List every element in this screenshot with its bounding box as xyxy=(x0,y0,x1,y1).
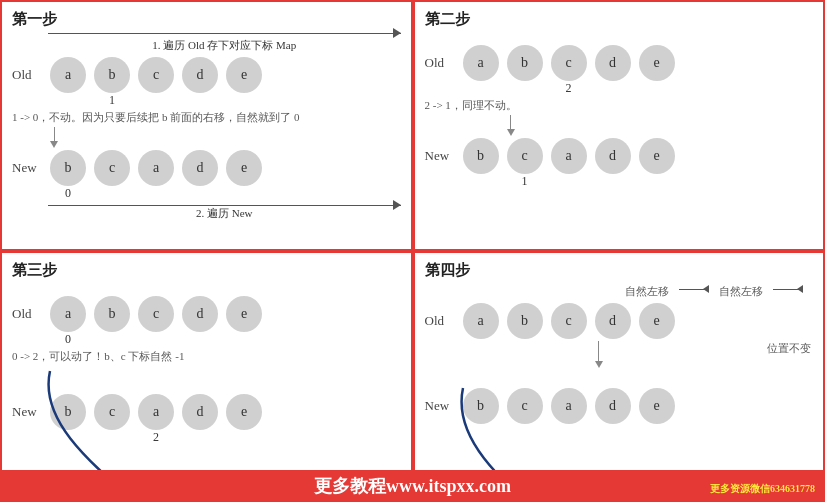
step-3-cell: 第三步 Old a b c d e 0 0 -> 2，可以动了！b、c 下标自然… xyxy=(0,251,413,502)
step2-old-2: c xyxy=(551,45,587,81)
step1-old-0: a xyxy=(50,57,86,93)
step2-old-4: e xyxy=(639,45,675,81)
step2-old-3: d xyxy=(595,45,631,81)
step1-old-label: Old xyxy=(12,67,42,83)
step4-old-1: b xyxy=(507,303,543,339)
watermark-right-text: 更多资源微信634631778 xyxy=(710,482,815,496)
step2-old-label: Old xyxy=(425,55,455,71)
watermark: 更多教程www.itspxx.com 更多资源微信634631778 xyxy=(0,470,825,502)
step-2-title: 第二步 xyxy=(425,10,814,29)
step1-new-1: c xyxy=(94,150,130,186)
step4-new-4: e xyxy=(639,388,675,424)
step3-note: 0 -> 2，可以动了！b、c 下标自然 -1 xyxy=(12,349,401,364)
step4-old-4: e xyxy=(639,303,675,339)
step4-new-label: New xyxy=(425,398,455,414)
step-1-title: 第一步 xyxy=(12,10,401,29)
step2-note: 2 -> 1，同理不动。 xyxy=(425,98,814,113)
step1-new-3: d xyxy=(182,150,218,186)
step4-natural-left-2: 自然左移 xyxy=(719,284,763,299)
step3-new-3: d xyxy=(182,394,218,430)
step3-new-2: a xyxy=(138,394,174,430)
step4-new-0: b xyxy=(463,388,499,424)
step2-old-1: b xyxy=(507,45,543,81)
watermark-text: 更多教程www.itspxx.com xyxy=(314,476,511,496)
step3-old-1: b xyxy=(94,296,130,332)
step1-bottom-arrow-label: 2. 遍历 New xyxy=(48,206,401,221)
step2-new-label: New xyxy=(425,148,455,164)
step3-old-4: e xyxy=(226,296,262,332)
step1-old-4: e xyxy=(226,57,262,93)
step1-top-arrow-label: 1. 遍历 Old 存下对应下标 Map xyxy=(48,38,401,53)
step-2-cell: 第二步 Old a b c d e 2 2 -> 1，同理不动。 xyxy=(413,0,826,251)
step2-new-2: a xyxy=(551,138,587,174)
step4-old-0: a xyxy=(463,303,499,339)
step1-old-3: d xyxy=(182,57,218,93)
step1-new-4: e xyxy=(226,150,262,186)
step-4-cell: 第四步 自然左移 自然左移 Old a b c d e xyxy=(413,251,826,502)
step-4-title: 第四步 xyxy=(425,261,814,280)
step4-new-1: c xyxy=(507,388,543,424)
step3-old-label: Old xyxy=(12,306,42,322)
step3-new-1: c xyxy=(94,394,130,430)
step1-old-1: b xyxy=(94,57,130,93)
step1-new-0: b xyxy=(50,150,86,186)
step1-new-2: a xyxy=(138,150,174,186)
step1-old-2: c xyxy=(138,57,174,93)
step2-new-0: b xyxy=(463,138,499,174)
step3-curved-arrow xyxy=(2,253,411,500)
step3-old-3: d xyxy=(182,296,218,332)
main-grid: 第一步 1. 遍历 Old 存下对应下标 Map Old a b c d e 1 xyxy=(0,0,825,502)
step3-new-0: b xyxy=(50,394,86,430)
step1-new-label: New xyxy=(12,160,42,176)
step2-new-4: e xyxy=(639,138,675,174)
step2-new-1: c xyxy=(507,138,543,174)
step4-old-2: c xyxy=(551,303,587,339)
step4-position-fixed-label: 位置不变 xyxy=(767,341,811,356)
step3-new-label: New xyxy=(12,404,42,420)
step1-note: 1 -> 0，不动。因为只要后续把 b 前面的右移，自然就到了 0 xyxy=(12,110,401,125)
step3-old-2: c xyxy=(138,296,174,332)
step4-natural-left-1: 自然左移 xyxy=(625,284,669,299)
step4-old-3: d xyxy=(595,303,631,339)
step2-new-3: d xyxy=(595,138,631,174)
step4-new-3: d xyxy=(595,388,631,424)
step2-old-0: a xyxy=(463,45,499,81)
step3-new-4: e xyxy=(226,394,262,430)
step4-old-label: Old xyxy=(425,313,455,329)
step-3-title: 第三步 xyxy=(12,261,401,280)
step3-old-0: a xyxy=(50,296,86,332)
step-1-cell: 第一步 1. 遍历 Old 存下对应下标 Map Old a b c d e 1 xyxy=(0,0,413,251)
step4-new-2: a xyxy=(551,388,587,424)
